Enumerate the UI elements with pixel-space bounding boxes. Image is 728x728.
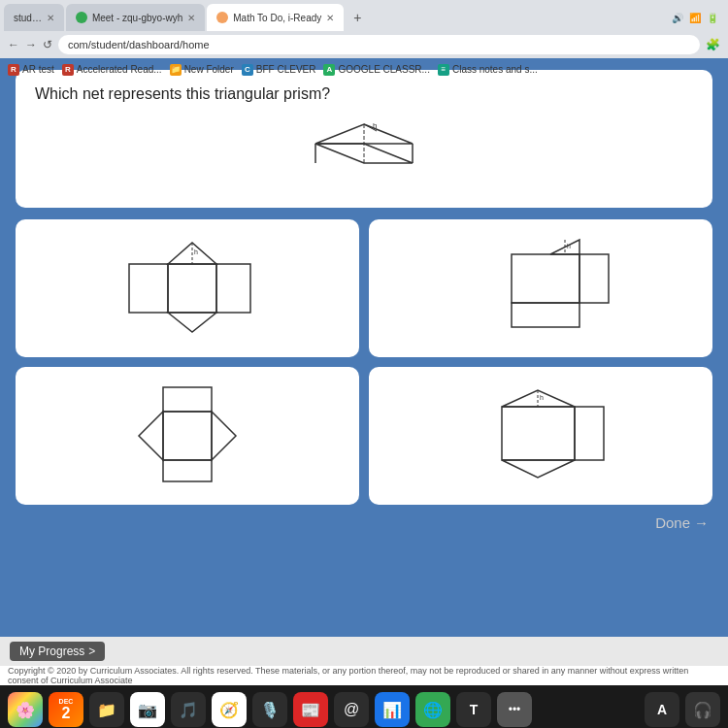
new-tab-button[interactable]: + xyxy=(346,6,369,29)
music-icon[interactable]: 🎵 xyxy=(171,692,206,727)
answer-option-a[interactable]: h xyxy=(16,219,359,357)
bookmark-new-folder[interactable]: 📁 New Folder xyxy=(170,64,234,76)
svg-rect-7 xyxy=(129,264,168,313)
stats-icon[interactable]: 📊 xyxy=(375,692,410,727)
done-area: Done → xyxy=(16,514,712,531)
answer-option-c[interactable] xyxy=(16,367,359,505)
calendar-icon[interactable]: DEC 2 xyxy=(49,692,83,727)
question-card: Which net represents this triangular pri… xyxy=(16,70,712,208)
svg-rect-8 xyxy=(168,264,216,313)
svg-rect-16 xyxy=(579,254,609,303)
svg-text:h: h xyxy=(567,243,571,249)
finder-icon[interactable]: 📁 xyxy=(89,692,124,727)
tab-label-meet: Meet - zqu-gbyo-wyh xyxy=(92,13,182,23)
svg-text:h: h xyxy=(194,248,198,255)
ar-test-icon: R xyxy=(8,64,19,76)
main-content: Which net represents this triangular pri… xyxy=(0,58,728,637)
forward-button[interactable]: → xyxy=(25,38,37,51)
svg-marker-22 xyxy=(212,412,236,460)
calendar-date: 2 xyxy=(59,705,74,722)
svg-rect-25 xyxy=(502,407,575,460)
answer-option-b[interactable]: h xyxy=(369,219,712,357)
bookmark-label: AR test xyxy=(22,64,54,75)
tab-meet[interactable]: Meet - zqu-gbyo-wyh ✕ xyxy=(66,4,205,31)
svg-marker-21 xyxy=(139,412,163,460)
net-a-svg: h xyxy=(105,235,270,342)
my-progress-label: My Progress xyxy=(19,645,84,658)
prism-svg: h xyxy=(286,116,442,184)
tab-student[interactable]: stud… ✕ xyxy=(4,4,64,31)
tab-iready[interactable]: Math To Do, i-Ready ✕ xyxy=(207,4,344,31)
copyright-text: Copyright © 2020 by Curriculum Associate… xyxy=(8,666,720,685)
reload-button[interactable]: ↺ xyxy=(43,38,52,51)
camera-icon[interactable]: 📷 xyxy=(130,692,165,727)
launchpad-icon[interactable]: 🌸 xyxy=(8,692,43,727)
text-icon[interactable]: T xyxy=(456,692,491,727)
bookmark-accelerated[interactable]: R Accelerated Read... xyxy=(62,64,162,76)
svg-rect-17 xyxy=(512,303,579,327)
extensions-icon[interactable]: 🧩 xyxy=(706,38,720,51)
taskbar: 🌸 DEC 2 📁 📷 🎵 🧭 🎙️ 📰 @ 📊 🌐 T ••• A xyxy=(0,685,728,728)
chevron-right-icon: > xyxy=(88,645,95,658)
bookmark-label: Class notes and s... xyxy=(452,64,538,75)
svg-text:h: h xyxy=(373,121,377,130)
settings-icon[interactable]: A xyxy=(645,692,679,727)
svg-rect-20 xyxy=(163,412,212,460)
tab-close-student[interactable]: ✕ xyxy=(47,13,54,23)
svg-marker-11 xyxy=(168,313,216,332)
svg-rect-24 xyxy=(163,460,212,481)
accelerated-icon: R xyxy=(62,64,74,76)
svg-rect-9 xyxy=(216,264,250,313)
bookmark-label: Accelerated Read... xyxy=(77,64,162,75)
tab-close-meet[interactable]: ✕ xyxy=(187,13,195,23)
battery-icon: 🔋 xyxy=(707,13,718,23)
google-icon: A xyxy=(323,64,335,76)
calendar-month: DEC xyxy=(59,698,74,705)
my-progress-button[interactable]: My Progress > xyxy=(10,642,105,661)
podcast-icon[interactable]: 🎙️ xyxy=(252,692,287,727)
tab-label-iready: Math To Do, i-Ready xyxy=(233,13,321,23)
done-label: Done xyxy=(655,514,690,531)
news-icon[interactable]: 📰 xyxy=(293,692,328,727)
tab-bar: stud… ✕ Meet - zqu-gbyo-wyh ✕ Math To Do… xyxy=(0,0,728,31)
address-input[interactable] xyxy=(58,35,700,54)
bookmark-ar-test[interactable]: R AR test xyxy=(8,64,54,76)
bookmark-label: New Folder xyxy=(184,64,234,75)
answer-option-d[interactable]: h xyxy=(369,367,712,505)
svg-marker-28 xyxy=(502,460,575,478)
prism-diagram: h xyxy=(35,116,693,184)
svg-text:h: h xyxy=(540,394,544,401)
meet-icon xyxy=(76,12,87,23)
bookmark-label: GOOGLE CLASSR... xyxy=(338,64,429,75)
done-arrow: → xyxy=(694,514,709,531)
tab-close-iready[interactable]: ✕ xyxy=(326,13,334,23)
question-text: Which net represents this triangular pri… xyxy=(35,85,693,103)
chrome-icon[interactable]: 🌐 xyxy=(415,692,450,727)
iready-icon xyxy=(216,12,228,23)
headphones-icon[interactable]: 🎧 xyxy=(685,692,720,727)
safari-icon[interactable]: 🧭 xyxy=(212,692,247,727)
svg-rect-26 xyxy=(575,407,604,460)
bookmark-label: BFF CLEVER xyxy=(256,64,316,75)
launchpad-symbol: 🌸 xyxy=(16,701,35,719)
bookmark-google[interactable]: A GOOGLE CLASSR... xyxy=(323,64,429,76)
network-icon: 📶 xyxy=(689,13,701,23)
net-b-svg: h xyxy=(458,235,623,342)
bookmark-classnotes[interactable]: ≡ Class notes and s... xyxy=(438,64,538,76)
clever-icon: C xyxy=(242,64,253,76)
copyright-bar: Copyright © 2020 by Curriculum Associate… xyxy=(0,666,728,685)
address-bar: ← → ↺ 🧩 xyxy=(0,31,728,58)
folder-icon: 📁 xyxy=(170,64,182,76)
net-c-svg xyxy=(105,382,270,489)
back-button[interactable]: ← xyxy=(8,38,19,51)
classnotes-icon: ≡ xyxy=(438,64,449,76)
done-button[interactable]: Done → xyxy=(655,514,709,531)
net-d-svg: h xyxy=(458,382,623,489)
footer-bar: My Progress > xyxy=(0,637,728,666)
tab-label: stud… xyxy=(14,13,42,23)
at-icon[interactable]: @ xyxy=(334,692,369,727)
browser-chrome: stud… ✕ Meet - zqu-gbyo-wyh ✕ Math To Do… xyxy=(0,0,728,58)
more-icon[interactable]: ••• xyxy=(497,692,532,727)
bookmark-clever[interactable]: C BFF CLEVER xyxy=(242,64,316,76)
svg-rect-23 xyxy=(163,387,212,412)
